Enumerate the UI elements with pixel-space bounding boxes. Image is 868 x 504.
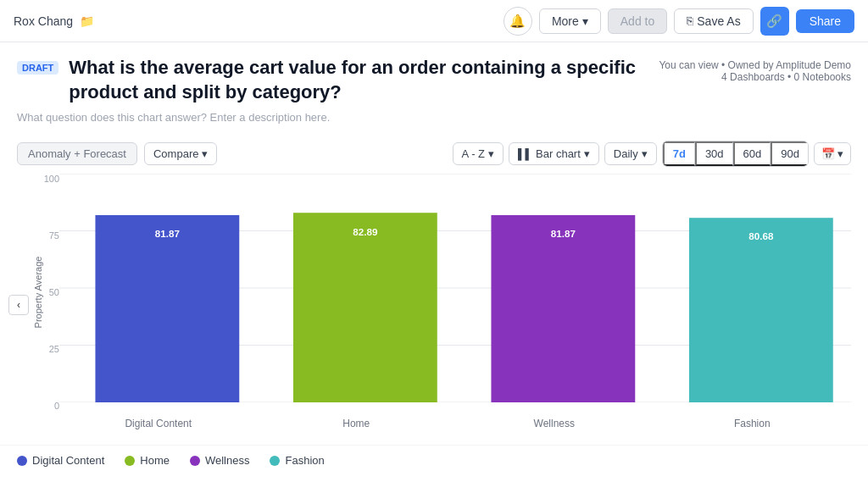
x-label-wellness: Wellness [455,418,654,429]
y-axis: 100 75 50 25 0 [42,174,59,411]
chart-type-button[interactable]: ▌▌ Bar chart ▾ [509,142,599,165]
x-axis: Digital Content Home Wellness Fashion [59,411,851,436]
legend-item-home: Home [125,454,170,467]
chevron-down-icon: ▾ [837,147,843,160]
time-60d-button[interactable]: 60d [733,141,771,166]
more-button[interactable]: More ▾ [539,8,601,34]
chart-scroll-left[interactable]: ‹ [8,295,29,315]
chart-inner: Property Average 100 75 50 25 0 81.87 [17,174,851,436]
legend-item-fashion: Fashion [270,454,324,467]
compare-button[interactable]: Compare ▾ [144,142,217,165]
time-90d-button[interactable]: 90d [771,141,808,166]
chart-description[interactable]: What question does this chart answer? En… [0,111,868,134]
draft-badge: DRAFT [17,61,58,75]
chevron-down-icon: ▾ [488,147,494,160]
share-button[interactable]: Share [796,9,854,33]
legend-label-wellness: Wellness [205,454,250,467]
link-icon: 🔗 [766,14,782,29]
legend-label-digital-content: Digital Content [32,454,104,467]
bar-home[interactable] [293,213,437,402]
interval-button[interactable]: Daily ▾ [604,142,657,165]
chart-legend: Digital Content Home Wellness Fashion [0,445,868,475]
toolbar-right: A - Z ▾ ▌▌ Bar chart ▾ Daily ▾ 7d 30d 60… [453,141,851,167]
svg-text:82.89: 82.89 [353,227,377,237]
y-tick-100: 100 [44,174,59,184]
add-to-button: Add to [608,8,667,34]
toolbar: Anomaly + Forecast Compare ▾ A - Z ▾ ▌▌ … [0,134,868,174]
breadcrumb: Rox Chang [14,14,73,28]
legend-dot-wellness [190,456,200,466]
header-left: Rox Chang 📁 [14,14,94,28]
ownership-line2: 4 Dashboards • 0 Notebooks [659,71,851,83]
calendar-icon: 📅 [821,147,835,160]
header-right: 🔔 More ▾ Add to ⎘ Save As 🔗 Share [504,7,854,36]
calendar-button[interactable]: 📅 ▾ [814,142,851,165]
header: Rox Chang 📁 🔔 More ▾ Add to ⎘ Save As 🔗 … [0,0,868,42]
chevron-down-icon: ▾ [584,147,590,160]
chevron-down-icon: ▾ [202,147,208,160]
legend-label-home: Home [140,454,170,467]
y-tick-25: 25 [49,344,59,354]
link-button[interactable]: 🔗 [760,7,789,36]
legend-label-fashion: Fashion [285,454,324,467]
bar-digital-content[interactable] [95,215,239,402]
folder-icon[interactable]: 📁 [80,14,94,28]
time-30d-button[interactable]: 30d [695,141,733,166]
bar-wellness[interactable] [491,215,635,402]
time-range-group: 7d 30d 60d 90d [662,141,809,167]
time-7d-button[interactable]: 7d [663,141,695,166]
ownership-info: You can view • Owned by Amplitude Demo 4… [659,56,851,83]
bar-fashion[interactable] [689,218,833,402]
svg-text:81.87: 81.87 [551,229,576,239]
sort-button[interactable]: A - Z ▾ [453,142,504,165]
bar-chart-icon: ▌▌ [518,148,532,160]
title-area: DRAFT What is the average cart value for… [0,42,868,111]
legend-item-digital-content: Digital Content [17,454,104,467]
x-label-digital-content: Digital Content [59,418,258,429]
legend-dot-home [125,456,135,466]
toolbar-left: Anomaly + Forecast Compare ▾ [17,142,217,165]
svg-text:81.87: 81.87 [155,229,180,239]
anomaly-forecast-button[interactable]: Anomaly + Forecast [17,142,137,165]
x-label-home: Home [258,418,456,429]
ownership-line1: You can view • Owned by Amplitude Demo [659,59,851,71]
legend-item-wellness: Wellness [190,454,250,467]
legend-dot-digital-content [17,456,27,466]
copy-icon: ⎘ [687,14,693,27]
y-tick-75: 75 [49,230,59,241]
svg-text:81.87: 81.87 [155,197,180,208]
page-title: What is the average cart value for an or… [69,56,648,104]
x-label-fashion: Fashion [654,418,852,429]
y-tick-50: 50 [49,287,59,297]
svg-text:80.68: 80.68 [748,231,773,241]
chart-container: Property Average 100 75 50 25 0 81.87 [0,174,868,445]
chevron-down-icon: ▾ [582,14,588,28]
legend-dot-fashion [270,456,280,466]
chart-svg: 81.87 81.87 82.89 81.87 80.68 [59,174,851,402]
notifications-button[interactable]: 🔔 [504,7,532,36]
chevron-down-icon: ▾ [642,147,648,160]
save-as-button[interactable]: ⎘ Save As [674,8,753,34]
